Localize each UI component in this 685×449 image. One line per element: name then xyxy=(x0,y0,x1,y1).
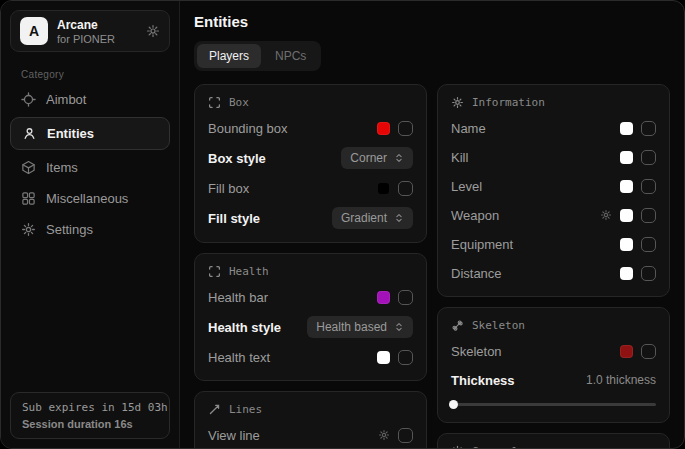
box-panel-header: Box xyxy=(208,96,413,109)
setting-row-fill-box: Fill box xyxy=(208,178,413,198)
page-title: Entities xyxy=(194,13,670,30)
color-swatch[interactable] xyxy=(620,267,633,280)
setting-row-thickness: Thickness 1.0 thickness xyxy=(451,370,656,390)
session-duration-text: Session duration 16s xyxy=(22,418,158,430)
bone-icon xyxy=(451,319,464,332)
brand-text: Arcane for PIONER xyxy=(57,18,137,45)
checkbox[interactable] xyxy=(398,121,413,136)
checkbox[interactable] xyxy=(641,344,656,359)
general-panel-header: General xyxy=(451,445,656,449)
setting-row-distance: Distance xyxy=(451,263,656,283)
lines-panel: Lines View line xyxy=(194,391,427,449)
box-style-select[interactable]: Corner xyxy=(341,147,413,169)
select-value: Health based xyxy=(316,320,387,334)
setting-label: Name xyxy=(451,121,486,136)
setting-label: Equipment xyxy=(451,237,513,252)
color-swatch[interactable] xyxy=(620,238,633,251)
setting-label: Thickness xyxy=(451,373,515,388)
color-swatch[interactable] xyxy=(377,291,390,304)
color-swatch[interactable] xyxy=(377,351,390,364)
checkbox[interactable] xyxy=(398,350,413,365)
setting-label: Fill style xyxy=(208,211,260,226)
setting-label: Kill xyxy=(451,150,468,165)
color-swatch[interactable] xyxy=(620,151,633,164)
tab-npcs[interactable]: NPCs xyxy=(263,44,318,68)
setting-label: Bounding box xyxy=(208,121,288,136)
setting-row-kill: Kill xyxy=(451,147,656,167)
sidebar-item-settings[interactable]: Settings xyxy=(1,214,179,245)
color-swatch[interactable] xyxy=(377,122,390,135)
entities-icon xyxy=(22,126,37,141)
setting-label: Skeleton xyxy=(451,344,502,359)
fill-style-select[interactable]: Gradient xyxy=(332,207,413,229)
setting-label: Weapon xyxy=(451,208,499,223)
brand-card: A Arcane for PIONER xyxy=(10,10,170,52)
checkbox[interactable] xyxy=(641,150,656,165)
setting-label: Health style xyxy=(208,320,281,335)
checkbox[interactable] xyxy=(641,237,656,252)
box-panel: Box Bounding box Box style Corner xyxy=(194,84,427,243)
unfold-icon xyxy=(394,322,404,332)
app-window: A Arcane for PIONER Category Aim xyxy=(0,0,685,449)
color-swatch[interactable] xyxy=(620,345,633,358)
setting-label: Health bar xyxy=(208,290,268,305)
checkbox[interactable] xyxy=(641,179,656,194)
sidebar-item-aimbot[interactable]: Aimbot xyxy=(1,84,179,115)
setting-row-fill-style: Fill style Gradient xyxy=(208,207,413,229)
setting-label: Level xyxy=(451,179,482,194)
general-panel: General Visibility check xyxy=(437,433,670,449)
sidebar-item-entities[interactable]: Entities xyxy=(10,117,170,150)
skeleton-panel: Skeleton Skeleton Thickness 1.0 thicknes… xyxy=(437,307,670,423)
main-content: Entities Players NPCs Box xyxy=(180,1,684,448)
panel-columns: Box Bounding box Box style Corner xyxy=(194,84,670,449)
line-icon xyxy=(208,403,221,416)
setting-row-bounding-box: Bounding box xyxy=(208,118,413,138)
panel-title: Skeleton xyxy=(472,319,525,332)
checkbox[interactable] xyxy=(398,428,413,443)
setting-row-equipment: Equipment xyxy=(451,234,656,254)
thickness-slider[interactable] xyxy=(451,399,656,409)
gear-icon[interactable] xyxy=(600,209,612,221)
information-icon xyxy=(451,96,464,109)
checkbox[interactable] xyxy=(398,181,413,196)
information-panel-header: Information xyxy=(451,96,656,109)
color-swatch[interactable] xyxy=(620,180,633,193)
checkbox[interactable] xyxy=(398,290,413,305)
color-swatch[interactable] xyxy=(377,182,390,195)
box-corners-icon xyxy=(208,96,221,109)
health-style-select[interactable]: Health based xyxy=(307,316,413,338)
select-value: Gradient xyxy=(341,211,387,225)
tab-players[interactable]: Players xyxy=(197,44,261,68)
slider-handle[interactable] xyxy=(449,400,458,409)
checkbox[interactable] xyxy=(641,121,656,136)
subscription-card: Sub expires in 15d 03h Session duration … xyxy=(10,392,170,439)
panel-title: Health xyxy=(229,265,269,278)
checkbox[interactable] xyxy=(641,266,656,281)
sub-expires-text: Sub expires in 15d 03h xyxy=(22,401,158,414)
health-panel: Health Health bar Health style Health ba… xyxy=(194,253,427,381)
settings-icon xyxy=(21,222,36,237)
sidebar-item-miscellaneous[interactable]: Miscellaneous xyxy=(1,183,179,214)
sidebar-item-label: Entities xyxy=(47,126,94,141)
setting-row-skeleton: Skeleton xyxy=(451,341,656,361)
sidebar-item-label: Miscellaneous xyxy=(46,191,128,206)
sidebar-item-label: Aimbot xyxy=(46,92,86,107)
gear-icon[interactable] xyxy=(146,24,160,38)
color-swatch[interactable] xyxy=(620,209,633,222)
setting-row-view-line: View line xyxy=(208,425,413,445)
slider-track xyxy=(451,403,656,406)
unfold-icon xyxy=(394,213,404,223)
setting-row-level: Level xyxy=(451,176,656,196)
setting-label: Fill box xyxy=(208,181,249,196)
tab-bar: Players NPCs xyxy=(194,41,321,71)
checkbox[interactable] xyxy=(641,208,656,223)
color-swatch[interactable] xyxy=(620,122,633,135)
sidebar: A Arcane for PIONER Category Aim xyxy=(1,1,180,448)
app-subtitle: for PIONER xyxy=(57,33,137,45)
gear-icon[interactable] xyxy=(378,429,390,441)
setting-row-name: Name xyxy=(451,118,656,138)
slider-value: 1.0 thickness xyxy=(586,373,656,387)
right-column: Information Name Kill xyxy=(437,84,670,449)
sidebar-item-items[interactable]: Items xyxy=(1,152,179,183)
setting-label: Box style xyxy=(208,151,266,166)
